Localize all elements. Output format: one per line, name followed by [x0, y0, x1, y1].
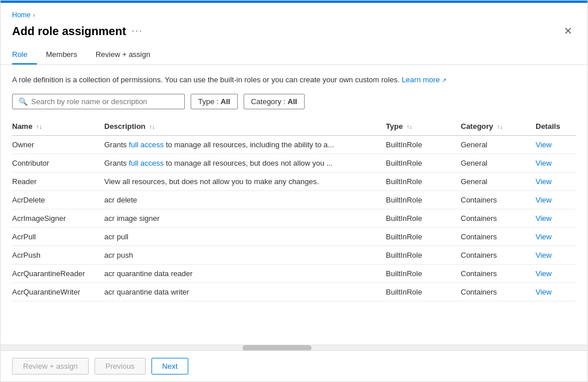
cell-details-view[interactable]: View	[536, 264, 576, 282]
filters-bar: 🔍 Type : All Category : All	[12, 94, 576, 109]
title-row: Add role assignment ··· ✕	[12, 24, 576, 39]
cell-description: acr quarantine data writer	[104, 282, 386, 301]
tab-role[interactable]: Role	[12, 45, 37, 64]
col-header-description[interactable]: Description ↑↓	[104, 117, 386, 136]
cell-details-view[interactable]: View	[536, 154, 576, 172]
cell-type: BuiltInRole	[386, 282, 461, 301]
cell-type: BuiltInRole	[386, 172, 461, 190]
type-filter-button[interactable]: Type : All	[191, 94, 238, 109]
table-row[interactable]: AcrPullacr pullBuiltInRoleContainersView	[12, 227, 576, 246]
close-button[interactable]: ✕	[560, 24, 576, 39]
cell-category: Containers	[461, 190, 536, 209]
breadcrumb-home[interactable]: Home	[12, 11, 31, 19]
cell-description: acr push	[104, 246, 386, 264]
cell-category: Containers	[461, 282, 536, 301]
sort-icon-type: ↑↓	[407, 124, 412, 130]
page-title: Add role assignment	[12, 25, 126, 38]
col-header-details: Details	[536, 117, 576, 136]
cell-details-view[interactable]: View	[536, 282, 576, 301]
review-assign-button[interactable]: Review + assign	[12, 358, 89, 375]
cell-description: acr quarantine data reader	[104, 264, 386, 282]
cell-name: AcrPull	[12, 227, 104, 246]
title-row-left: Add role assignment ···	[12, 25, 143, 38]
cell-type: BuiltInRole	[386, 246, 461, 264]
cell-description: Grants full access to manage all resourc…	[104, 135, 386, 154]
table-row[interactable]: ReaderView all resources, but does not a…	[12, 172, 576, 190]
table-row[interactable]: AcrQuarantineReaderacr quarantine data r…	[12, 264, 576, 282]
type-filter-value: All	[221, 97, 230, 106]
roles-table-wrap: Name ↑↓ Description ↑↓ Type ↑↓ Categor	[12, 117, 576, 336]
tab-bar: Role Members Review + assign	[12, 45, 576, 64]
cell-description: acr image signer	[104, 209, 386, 227]
cell-name: Contributor	[12, 154, 104, 172]
cell-type: BuiltInRole	[386, 135, 461, 154]
cell-name: Owner	[12, 135, 104, 154]
table-row[interactable]: AcrQuarantineWriteracr quarantine data w…	[12, 282, 576, 301]
sort-icon-name: ↑↓	[36, 124, 42, 130]
cell-name: AcrQuarantineReader	[12, 264, 104, 282]
cell-description: Grants full access to manage all resourc…	[104, 154, 386, 172]
cell-type: BuiltInRole	[386, 264, 461, 282]
main-container: Home › Add role assignment ··· ✕ Role Me…	[1, 3, 587, 381]
table-header-row: Name ↑↓ Description ↑↓ Type ↑↓ Categor	[12, 117, 576, 136]
tab-review-assign[interactable]: Review + assign	[96, 45, 160, 64]
next-button[interactable]: Next	[151, 358, 189, 375]
cell-category: Containers	[461, 209, 536, 227]
table-row[interactable]: AcrImageSigneracr image signerBuiltInRol…	[12, 209, 576, 227]
horizontal-scrollbar[interactable]	[1, 345, 587, 350]
roles-table: Name ↑↓ Description ↑↓ Type ↑↓ Categor	[12, 117, 576, 301]
cell-category: Containers	[461, 246, 536, 264]
cell-type: BuiltInRole	[386, 190, 461, 209]
cell-category: Containers	[461, 264, 536, 282]
col-header-type[interactable]: Type ↑↓	[386, 117, 461, 136]
cell-details-view[interactable]: View	[536, 209, 576, 227]
category-filter-value: All	[287, 97, 297, 106]
breadcrumb-separator: ›	[33, 12, 35, 18]
cell-description: View all resources, but does not allow y…	[104, 172, 386, 190]
cell-type: BuiltInRole	[386, 154, 461, 172]
cell-name: AcrQuarantineWriter	[12, 282, 104, 301]
sort-icon-category: ↑↓	[497, 124, 503, 130]
cell-description: acr delete	[104, 190, 386, 209]
col-header-category[interactable]: Category ↑↓	[461, 117, 536, 136]
cell-name: AcrDelete	[12, 190, 104, 209]
footer: Review + assign Previous Next	[1, 350, 587, 381]
cell-category: Containers	[461, 227, 536, 246]
cell-name: AcrImageSigner	[12, 209, 104, 227]
cell-details-view[interactable]: View	[536, 172, 576, 190]
previous-button[interactable]: Previous	[94, 358, 146, 375]
cell-name: Reader	[12, 172, 104, 190]
table-row[interactable]: ContributorGrants full access to manage …	[12, 154, 576, 172]
search-box: 🔍	[12, 94, 185, 109]
cell-category: General	[461, 154, 536, 172]
cell-description: acr pull	[104, 227, 386, 246]
learn-more-link[interactable]: Learn more ↗	[401, 75, 446, 84]
cell-details-view[interactable]: View	[536, 246, 576, 264]
category-filter-button[interactable]: Category : All	[244, 94, 305, 109]
col-header-name[interactable]: Name ↑↓	[12, 117, 104, 136]
cell-details-view[interactable]: View	[536, 135, 576, 154]
cell-type: BuiltInRole	[386, 227, 461, 246]
cell-type: BuiltInRole	[386, 209, 461, 227]
table-body: OwnerGrants full access to manage all re…	[12, 135, 576, 301]
table-row[interactable]: AcrPushacr pushBuiltInRoleContainersView	[12, 246, 576, 264]
cell-category: General	[461, 172, 536, 190]
breadcrumb: Home ›	[12, 11, 576, 19]
sort-icon-description: ↑↓	[149, 124, 155, 130]
table-row[interactable]: OwnerGrants full access to manage all re…	[12, 135, 576, 154]
description-text: A role definition is a collection of per…	[12, 74, 576, 86]
cell-name: AcrPush	[12, 246, 104, 264]
search-input[interactable]	[31, 97, 179, 106]
tab-members[interactable]: Members	[46, 45, 86, 64]
search-icon: 🔍	[18, 97, 28, 106]
more-options-icon[interactable]: ···	[132, 26, 143, 36]
cell-details-view[interactable]: View	[536, 190, 576, 209]
cell-details-view[interactable]: View	[536, 227, 576, 246]
content-area: A role definition is a collection of per…	[1, 65, 587, 345]
cell-category: General	[461, 135, 536, 154]
header-area: Home › Add role assignment ··· ✕ Role Me…	[1, 3, 587, 65]
table-row[interactable]: AcrDeleteacr deleteBuiltInRoleContainers…	[12, 190, 576, 209]
